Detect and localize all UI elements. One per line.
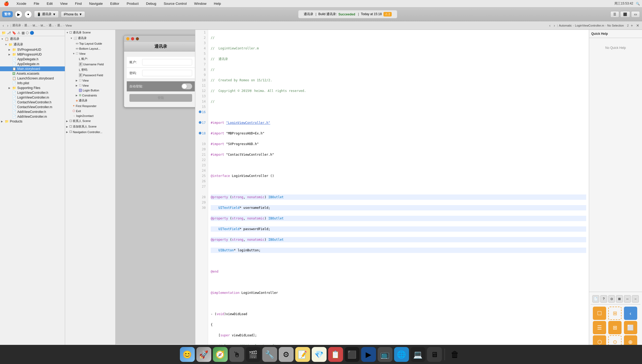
- menu-window[interactable]: Window: [193, 1, 208, 6]
- ib-nav-controller[interactable]: ☐ Navigation Controller...: [65, 129, 115, 134]
- folder-icon[interactable]: 📁: [2, 31, 6, 35]
- menu-help[interactable]: Help: [212, 1, 223, 6]
- dock-browser2[interactable]: 🌐: [394, 347, 409, 362]
- breadcrumb-4[interactable]: M...: [41, 24, 45, 27]
- ib-tongxunlu-scene[interactable]: ☐ 通讯录 Scene: [65, 30, 115, 35]
- breakpoint-icon[interactable]: 🔵: [30, 31, 34, 35]
- ib-username-field[interactable]: F Username Field: [65, 62, 115, 67]
- size-inspector-icon[interactable]: ↔: [624, 295, 631, 303]
- tree-addvc-h[interactable]: 📄 AddViewController.h: [0, 109, 65, 114]
- ib-segue[interactable]: → login2contact: [65, 113, 115, 118]
- ib-add-scene[interactable]: ☐ 添加联系人 Scene: [65, 124, 115, 129]
- obj-cell-1[interactable]: ☐: [593, 307, 606, 320]
- ib-bottom-layout[interactable]: ▭ Bottom Layout...: [65, 46, 115, 51]
- tree-assets[interactable]: 🖼 Assets.xcassets: [0, 71, 65, 76]
- stop-button[interactable]: ■: [24, 11, 32, 18]
- ib-password-label[interactable]: L 密码:: [65, 67, 115, 73]
- tree-loginvc-h[interactable]: 📄 LoginViewController.h: [0, 90, 65, 95]
- tree-appdelegate-h[interactable]: 📄 AppDelegate.h: [0, 57, 65, 62]
- auto-login-toggle[interactable]: [181, 83, 192, 89]
- identity-inspector-icon[interactable]: ⊙: [608, 295, 615, 303]
- menu-product[interactable]: Product: [125, 1, 140, 6]
- dock-notes[interactable]: 📝: [295, 347, 310, 362]
- dock-ppsx[interactable]: 📋: [328, 347, 343, 362]
- menu-debug[interactable]: Debug: [145, 1, 158, 6]
- menu-source[interactable]: Source Control: [162, 1, 188, 6]
- tree-root[interactable]: 📋 通讯录: [0, 36, 65, 42]
- tree-svprogress[interactable]: 📁 SVProgressHUD: [0, 47, 65, 52]
- back-button[interactable]: ‹: [2, 23, 5, 28]
- file-breadcrumb[interactable]: LoginViewController.m: [575, 24, 604, 27]
- ib-tongxunlu[interactable]: ⬜ 通讯录: [65, 35, 115, 41]
- tree-supporting-files[interactable]: 📁 Supporting Files: [0, 86, 65, 90]
- menu-editor[interactable]: Editor: [109, 1, 121, 6]
- ib-outlet-tongxunlu[interactable]: ◈ 通讯录: [65, 98, 115, 103]
- dock-monitor[interactable]: 🖥: [427, 347, 442, 362]
- warning-icon[interactable]: ⚠: [17, 31, 20, 35]
- dock-tools[interactable]: 🔧: [262, 347, 277, 362]
- menu-xcode[interactable]: Xcode: [15, 1, 28, 6]
- tree-appdelegate-m[interactable]: 📄 AppDelegate.m: [0, 62, 65, 66]
- dock-iterm[interactable]: 💻: [411, 347, 425, 362]
- split-add-button[interactable]: +: [630, 23, 634, 28]
- dock-launchpad[interactable]: 🚀: [196, 347, 211, 362]
- ib-constraints[interactable]: ⊞ Constraints: [65, 93, 115, 98]
- navigator-toggle[interactable]: ☰: [610, 11, 619, 18]
- editor-back-button[interactable]: ‹: [548, 23, 552, 28]
- connections-inspector-icon[interactable]: →: [632, 295, 639, 303]
- menu-navigate[interactable]: Navigate: [87, 1, 104, 6]
- breadcrumb-6[interactable]: 通...: [57, 23, 62, 27]
- tree-mbprogress[interactable]: 📁 MBProgressHUD: [0, 52, 65, 57]
- obj-cell-3[interactable]: ‹: [624, 307, 637, 320]
- breadcrumb-3[interactable]: M...: [33, 24, 37, 27]
- menu-edit[interactable]: Edit: [45, 1, 54, 6]
- obj-cell-4[interactable]: ☰: [593, 321, 606, 334]
- breadcrumb-2[interactable]: 通...: [24, 23, 29, 27]
- bookmark-icon[interactable]: 🔖: [12, 31, 16, 35]
- dock-ppstream[interactable]: 📺: [378, 347, 392, 362]
- menu-file[interactable]: File: [32, 1, 41, 6]
- device-selector[interactable]: iPhone 6s ▼: [61, 11, 85, 18]
- obj-cell-2[interactable]: ⊞: [608, 307, 622, 320]
- dock-safari[interactable]: 🧭: [213, 347, 228, 362]
- utility-toggle[interactable]: ▭: [631, 11, 640, 18]
- ib-top-layout[interactable]: ▭ Top Layout Guide: [65, 41, 115, 46]
- tree-contactvc-m[interactable]: 📄 ContactViewController.m: [0, 105, 65, 109]
- obj-cell-6[interactable]: ⬜: [624, 321, 637, 334]
- login-button-phone[interactable]: 登陆: [129, 94, 192, 102]
- split-close-button[interactable]: ✕: [635, 23, 640, 28]
- tree-contactvc-h[interactable]: 📄 ContactViewController.h: [0, 100, 65, 105]
- ib-view[interactable]: ☐ View: [65, 51, 115, 56]
- dock-trash[interactable]: 🗑: [447, 347, 462, 362]
- tree-products[interactable]: 📁 Products: [0, 119, 65, 124]
- ib-contacts-scene[interactable]: ☐ 联系人 Scene: [65, 118, 115, 124]
- tree-addvc-m[interactable]: 📄 AddViewController.m: [0, 114, 65, 119]
- apple-menu[interactable]: 🍎: [2, 1, 11, 7]
- dock-mouse[interactable]: 🖱: [229, 347, 244, 362]
- ib-view3[interactable]: ☐ View: [65, 83, 115, 88]
- dock-terminal[interactable]: ⬛: [345, 347, 360, 362]
- tree-info-plist[interactable]: 📄 Info.plist: [0, 81, 65, 86]
- code-text[interactable]: // // LoginViewController.m // 通讯录 // //…: [208, 30, 589, 352]
- menubar-search-icon[interactable]: 🔍: [636, 2, 640, 6]
- username-input[interactable]: [142, 59, 192, 65]
- obj-cell-5[interactable]: ⊞: [608, 321, 622, 334]
- debug-toggle[interactable]: ⬛: [620, 11, 630, 18]
- tree-group[interactable]: 📁 通讯录: [0, 42, 65, 47]
- dock-photos[interactable]: 🎬: [246, 347, 261, 362]
- breadcrumb-5[interactable]: 通...: [49, 23, 54, 27]
- ib-exit[interactable]: ⬡ Exit: [65, 108, 115, 113]
- forward-button[interactable]: ›: [6, 23, 10, 28]
- tree-main-storyboard[interactable]: 📋 Main.storyboard: [0, 66, 65, 71]
- breadcrumb-view[interactable]: View: [65, 24, 72, 27]
- tree-loginvc-m[interactable]: 📄 LoginViewController.m: [0, 95, 65, 100]
- dock-quicktime[interactable]: ▶: [361, 347, 376, 362]
- ib-login-button[interactable]: B Login Button: [65, 88, 115, 93]
- test-icon[interactable]: ▦: [22, 31, 25, 35]
- tree-launch-storyboard[interactable]: 📋 LaunchScreen.storyboard: [0, 76, 65, 81]
- breadcrumb-1[interactable]: 通讯录: [12, 23, 21, 27]
- attributes-inspector-icon[interactable]: ⊠: [616, 295, 623, 303]
- git-icon[interactable]: ⎇: [7, 31, 11, 35]
- password-input[interactable]: [142, 70, 192, 76]
- ib-username-label[interactable]: L 账户:: [65, 56, 115, 62]
